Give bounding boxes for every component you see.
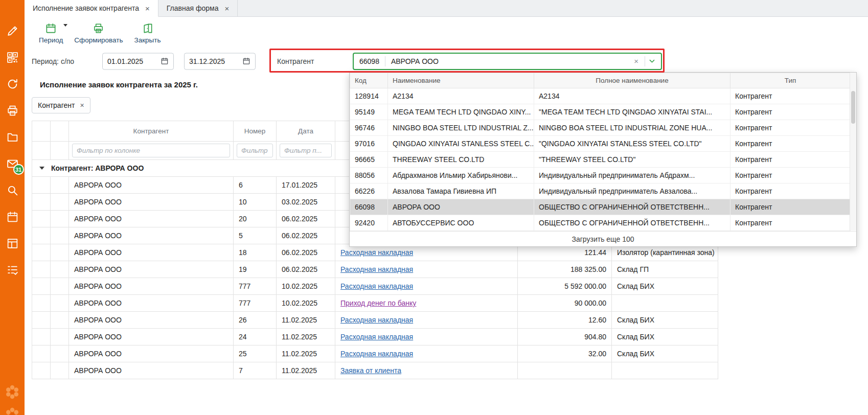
report-row[interactable]: АВРОРА ООО 7 11.02.2025 Заявка от клиент…	[32, 362, 718, 379]
group-label: Контрагент: АВРОРА ООО	[51, 164, 144, 172]
board-icon[interactable]	[6, 237, 19, 250]
cell-date: 03.02.2025	[277, 194, 335, 211]
counterparty-dropdown: Код Наименование Полное наименование Тип…	[349, 72, 857, 247]
dropdown-table: Код Наименование Полное наименование Тип…	[350, 73, 851, 231]
cell-date: 11.02.2025	[277, 312, 335, 329]
cell-warehouse: Склад ГП	[612, 261, 718, 278]
tab-label: Главная форма	[167, 4, 219, 12]
pencil-icon[interactable]	[6, 25, 19, 37]
number-filter-input[interactable]	[237, 144, 273, 157]
cell-counterparty: АВРОРА ООО	[69, 295, 234, 312]
tab-main-form[interactable]: Главная форма ×	[158, 0, 238, 16]
cell-counterparty: АВРОРА ООО	[69, 362, 234, 379]
report-row[interactable]: АВРОРА ООО 25 11.02.2025 Расходная накла…	[32, 345, 718, 362]
close-icon[interactable]: ×	[225, 5, 230, 12]
report-row[interactable]: АВРОРА ООО 26 11.02.2025 Расходная накла…	[32, 312, 718, 329]
calendar-icon[interactable]	[6, 211, 19, 223]
cell-number: 24	[234, 329, 277, 345]
document-link[interactable]: Расходная накладная	[340, 282, 413, 290]
tasks-icon[interactable]	[6, 264, 19, 276]
search-icon[interactable]	[6, 184, 19, 197]
calendar-icon[interactable]	[242, 57, 250, 65]
dropdown-row[interactable]: 95149MEGA TEAM TECH LTD QINGDAO XINY..."…	[350, 104, 851, 120]
counterparty-code: 66098	[354, 57, 385, 65]
dropdown-row[interactable]: 66226Авзалова Тамара Гивиевна ИПИндивиду…	[350, 183, 851, 199]
report-row[interactable]: АВРОРА ООО 777 10.02.2025 Расходная накл…	[32, 278, 718, 295]
date-from-input[interactable]: 01.01.2025	[102, 53, 174, 70]
mail-icon[interactable]: 31	[6, 157, 19, 170]
printer-icon[interactable]	[6, 104, 19, 117]
cell-number: 777	[234, 295, 277, 312]
cell-number: 7	[234, 362, 277, 379]
cell-date: 06.02.2025	[277, 261, 335, 278]
cell-amount: 12.60	[518, 312, 612, 329]
cell-amount: 904.80	[518, 329, 612, 345]
col-counterparty[interactable]: Контрагент	[69, 121, 234, 142]
clear-icon[interactable]: ×	[628, 57, 645, 65]
close-icon[interactable]: ×	[145, 5, 150, 12]
folder-icon[interactable]	[6, 131, 19, 144]
document-link[interactable]: Заявка от клиента	[340, 366, 401, 375]
dropdown-row[interactable]: 92420АВТОБУССЕРВИС ООООБЩЕСТВО С ОГРАНИЧ…	[350, 215, 851, 231]
cell-number: 5	[234, 227, 277, 244]
dropdown-caret-icon	[63, 24, 67, 27]
dropdown-row[interactable]: 97016QINGDAO XINYATAI STANLESS STEEL C..…	[350, 136, 851, 152]
cell-warehouse	[612, 295, 718, 312]
printer-icon	[93, 22, 104, 34]
cell-number: 19	[234, 261, 277, 278]
cell-counterparty: АВРОРА ООО	[69, 329, 234, 345]
tab-order-execution[interactable]: Исполнение заявок контрагента ×	[25, 0, 158, 17]
cell-amount	[518, 362, 612, 379]
cell-counterparty: АВРОРА ООО	[69, 211, 234, 227]
dropdown-row[interactable]: 96746NINGBO BOA STEEL LTD INDUSTRIAL Z..…	[350, 120, 851, 136]
calendar-icon[interactable]	[161, 57, 169, 65]
date-to-input[interactable]: 31.12.2025	[184, 53, 256, 70]
chevron-down-icon[interactable]	[645, 57, 661, 65]
col-number[interactable]: Номер	[234, 121, 277, 142]
report-row[interactable]: АВРОРА ООО 777 10.02.2025 Приход денег п…	[32, 295, 718, 312]
report-row[interactable]: АВРОРА ООО 24 11.02.2025 Расходная накла…	[32, 329, 718, 345]
generate-button[interactable]: Сформировать	[74, 22, 123, 44]
refresh-icon[interactable]	[6, 78, 19, 90]
document-link[interactable]: Расходная накладная	[340, 350, 413, 358]
dropdown-row[interactable]: 96665THREEWAY STEEL CO.LTD"THREEWAY STEE…	[350, 152, 851, 168]
scrollbar-thumb[interactable]	[851, 91, 855, 124]
period-button[interactable]: Период	[39, 22, 63, 44]
cell-date: 10.02.2025	[277, 278, 335, 295]
cell-date: 11.02.2025	[277, 345, 335, 362]
cell-date: 10.02.2025	[277, 295, 335, 312]
collapse-caret-icon[interactable]	[39, 167, 44, 170]
cell-warehouse	[612, 362, 718, 379]
cell-date: 06.02.2025	[277, 244, 335, 261]
counterparty-filter-input[interactable]	[72, 144, 230, 157]
document-link[interactable]: Расходная накладная	[340, 316, 413, 324]
document-link[interactable]: Приход денег по банку	[340, 299, 416, 307]
document-link[interactable]: Расходная накладная	[340, 248, 413, 257]
document-link[interactable]: Расходная накладная	[340, 333, 413, 341]
filter-bar: Период: с/по 01.01.2025 31.12.2025 Контр…	[25, 49, 868, 73]
close-form-button[interactable]: Закрыть	[134, 22, 161, 44]
dropdown-header-row: Код Наименование Полное наименование Тип	[350, 73, 851, 88]
dropdown-row[interactable]: 128914A2134A2134Контрагент	[350, 88, 851, 104]
col-date[interactable]: Дата	[277, 121, 335, 142]
flower-icon	[5, 384, 20, 400]
period-range-label: Период: с/по	[32, 57, 74, 65]
cell-number: 25	[234, 345, 277, 362]
grouping-chip-counterparty[interactable]: Контрагент ×	[32, 97, 90, 113]
report-row[interactable]: АВРОРА ООО 19 06.02.2025 Расходная накла…	[32, 261, 718, 278]
cell-date: 17.01.2025	[277, 177, 335, 194]
cell-warehouse: Склад БИХ	[612, 312, 718, 329]
tab-bar: Исполнение заявок контрагента × Главная …	[25, 0, 868, 17]
document-link[interactable]: Расходная накладная	[340, 265, 413, 273]
counterparty-combobox[interactable]: 66098 АВРОРА ООО ×	[353, 53, 662, 70]
date-filter-input[interactable]	[280, 144, 332, 157]
col-type: Тип	[730, 73, 851, 88]
load-more-button[interactable]: Загрузить еще 100	[350, 231, 856, 246]
qr-code-icon[interactable]	[6, 51, 19, 64]
dropdown-row[interactable]: 88056Абдрахманов Ильмир Хабирьянови...Ин…	[350, 168, 851, 183]
dropdown-scrollbar[interactable]	[850, 73, 856, 230]
close-icon[interactable]: ×	[80, 102, 84, 109]
cell-counterparty: АВРОРА ООО	[69, 345, 234, 362]
cell-number: 10	[234, 194, 277, 211]
dropdown-row-selected[interactable]: 66098АВРОРА ООООБЩЕСТВО С ОГРАНИЧЕННОЙ О…	[350, 199, 851, 215]
